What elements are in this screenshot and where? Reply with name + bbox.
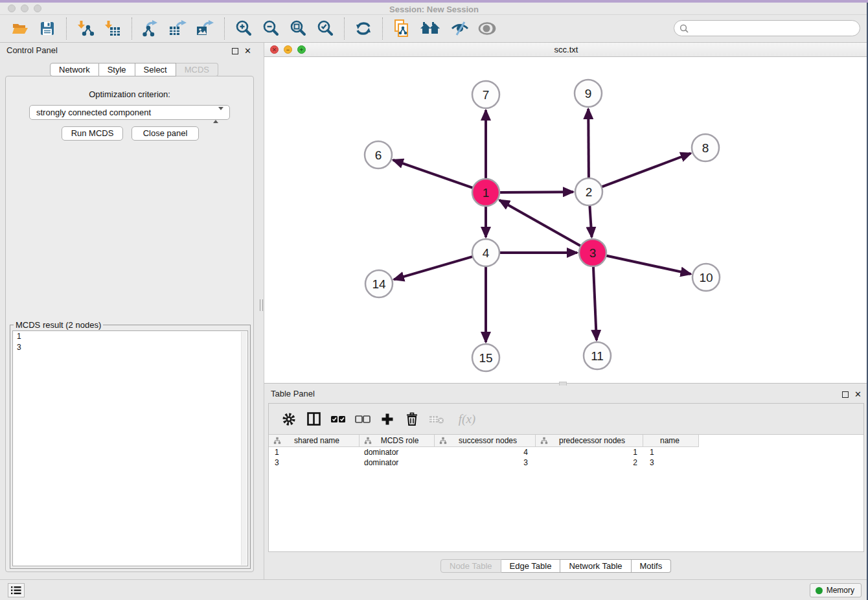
graph-node-15[interactable]: 15 bbox=[472, 344, 499, 371]
graph-node-11[interactable]: 11 bbox=[584, 342, 611, 369]
optimization-criterion-select[interactable]: strongly connected component bbox=[29, 105, 230, 120]
graph-node-8[interactable]: 8 bbox=[692, 134, 719, 161]
mcds-result-list[interactable]: 13 bbox=[12, 330, 248, 566]
table-tabs: Node Table Edge Table Network Table Moti… bbox=[440, 559, 671, 573]
cell-shared_name[interactable]: 1 bbox=[269, 447, 360, 457]
delete-column-icon[interactable] bbox=[404, 411, 420, 428]
edge-2-3[interactable] bbox=[589, 205, 591, 237]
edge-2-8[interactable] bbox=[601, 154, 691, 187]
table-panel-title: Table Panel bbox=[271, 389, 315, 398]
network-canvas[interactable]: 7968124314101511 bbox=[264, 57, 868, 383]
network-title: scc.txt bbox=[264, 45, 868, 54]
add-column-icon[interactable] bbox=[379, 411, 396, 428]
memory-button[interactable]: Memory bbox=[810, 583, 862, 597]
graph-node-4[interactable]: 4 bbox=[472, 239, 499, 266]
table-settings-icon[interactable] bbox=[280, 411, 297, 428]
import-table-icon[interactable] bbox=[103, 19, 122, 38]
column-header-shared-name[interactable]: shared name bbox=[269, 435, 360, 446]
hide-graphics-icon[interactable] bbox=[450, 19, 470, 38]
tab-select[interactable]: Select bbox=[135, 63, 176, 76]
mcds-result-group: MCDS result (2 nodes) 13 bbox=[10, 325, 251, 569]
show-hide-panels-icon[interactable] bbox=[419, 19, 442, 38]
save-session-icon[interactable] bbox=[38, 19, 57, 38]
export-network-icon[interactable] bbox=[141, 19, 161, 38]
search-input[interactable] bbox=[689, 23, 854, 33]
cell-predecessor_nodes[interactable]: 2 bbox=[536, 457, 643, 468]
delete-table-icon bbox=[428, 411, 445, 428]
edge-3-10[interactable] bbox=[606, 255, 691, 274]
zoom-in-icon[interactable] bbox=[234, 19, 253, 38]
table-panel-header: Table Panel ✕ bbox=[271, 389, 862, 400]
close-table-panel-icon[interactable]: ✕ bbox=[854, 389, 862, 399]
tab-motifs[interactable]: Motifs bbox=[632, 559, 672, 573]
table-row[interactable]: 1dominator411 bbox=[269, 447, 863, 457]
close-panel-button[interactable]: Close panel bbox=[131, 126, 199, 141]
tab-node-table[interactable]: Node Table bbox=[440, 559, 501, 573]
new-network-from-selection-icon[interactable] bbox=[392, 19, 411, 38]
tab-mcds[interactable]: MCDS bbox=[176, 63, 218, 76]
tab-edge-table[interactable]: Edge Table bbox=[501, 559, 561, 573]
edge-1-6[interactable] bbox=[393, 160, 474, 189]
cell-successor_nodes[interactable]: 4 bbox=[435, 447, 536, 457]
search-field[interactable] bbox=[674, 20, 860, 36]
zoom-fit-icon[interactable] bbox=[288, 19, 308, 38]
zoom-selected-icon[interactable] bbox=[315, 19, 335, 38]
float-panel-icon[interactable] bbox=[232, 48, 238, 54]
import-network-icon[interactable] bbox=[76, 19, 95, 38]
split-view-icon[interactable] bbox=[305, 411, 322, 428]
splitter-grip[interactable] bbox=[260, 299, 263, 311]
graph-node-14[interactable]: 14 bbox=[365, 270, 393, 297]
graph-node-2[interactable]: 2 bbox=[575, 178, 602, 205]
node-label: 6 bbox=[375, 148, 382, 162]
open-session-icon[interactable] bbox=[10, 19, 30, 38]
cell-mcds_role[interactable]: dominator bbox=[360, 457, 435, 468]
column-header-name[interactable]: name bbox=[643, 435, 699, 446]
cell-successor_nodes[interactable]: 3 bbox=[435, 457, 536, 468]
edge-1-2[interactable] bbox=[499, 192, 573, 192]
graph-node-6[interactable]: 6 bbox=[365, 141, 392, 168]
refresh-icon[interactable] bbox=[354, 19, 373, 38]
edge-4-14[interactable] bbox=[394, 257, 474, 280]
result-scrollbar[interactable] bbox=[241, 332, 247, 565]
float-table-panel-icon[interactable] bbox=[842, 391, 849, 398]
table-body: 1dominator4113dominator323 bbox=[269, 447, 863, 468]
export-table-icon[interactable] bbox=[168, 19, 188, 38]
table-row[interactable]: 3dominator323 bbox=[269, 457, 863, 468]
cell-predecessor_nodes[interactable]: 1 bbox=[536, 447, 643, 457]
export-image-icon[interactable] bbox=[196, 19, 215, 38]
edge-2-9[interactable] bbox=[588, 109, 589, 179]
graph-node-1[interactable]: 1 bbox=[472, 179, 499, 206]
optimization-criterion-label: Optimization criterion: bbox=[6, 89, 253, 99]
panel-splitter-vertical[interactable] bbox=[259, 43, 264, 579]
tab-network-table[interactable]: Network Table bbox=[560, 559, 631, 573]
run-mcds-button[interactable]: Run MCDS bbox=[62, 126, 123, 141]
graph-node-9[interactable]: 9 bbox=[575, 80, 602, 107]
node-label: 3 bbox=[589, 246, 597, 260]
edge-3-1[interactable] bbox=[499, 200, 582, 246]
show-graphics-details-icon[interactable] bbox=[477, 19, 497, 38]
cell-name[interactable]: 3 bbox=[643, 457, 699, 468]
graph-node-3[interactable]: 3 bbox=[579, 239, 606, 266]
column-header-predecessor-nodes[interactable]: predecessor nodes bbox=[536, 435, 643, 446]
close-panel-icon[interactable]: ✕ bbox=[244, 46, 251, 56]
graph-node-10[interactable]: 10 bbox=[692, 264, 720, 291]
window-title: Session: New Session bbox=[0, 5, 868, 14]
cell-name[interactable]: 1 bbox=[643, 447, 699, 457]
tab-style[interactable]: Style bbox=[99, 63, 135, 76]
column-header-mcds-role[interactable]: MCDS role bbox=[360, 435, 435, 446]
node-label: 7 bbox=[483, 88, 490, 102]
network-window-titlebar: ✕ − + scc.txt bbox=[264, 43, 868, 57]
select-all-columns-icon[interactable] bbox=[330, 411, 347, 428]
task-history-button[interactable] bbox=[8, 583, 25, 597]
edge-3-11[interactable] bbox=[593, 266, 597, 340]
cell-shared_name[interactable]: 3 bbox=[269, 457, 360, 468]
column-header-successor-nodes[interactable]: successor nodes bbox=[435, 435, 536, 446]
zoom-out-icon[interactable] bbox=[261, 19, 280, 38]
tab-network[interactable]: Network bbox=[50, 63, 99, 76]
node-label: 4 bbox=[483, 246, 490, 260]
control-panel-title: Control Panel bbox=[6, 45, 58, 55]
graph-node-7[interactable]: 7 bbox=[472, 81, 499, 108]
cell-mcds_role[interactable]: dominator bbox=[360, 447, 435, 457]
unselect-all-columns-icon[interactable] bbox=[354, 411, 371, 428]
memory-status-icon bbox=[816, 587, 823, 594]
